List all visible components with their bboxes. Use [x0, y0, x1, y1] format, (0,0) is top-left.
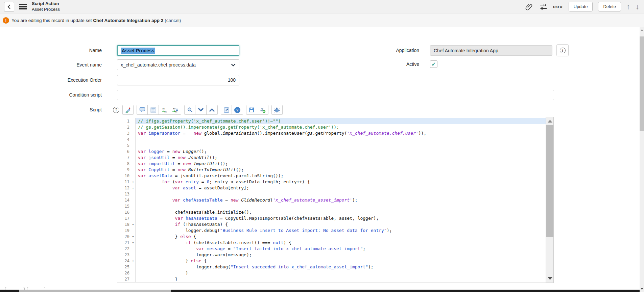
- search-button[interactable]: [184, 105, 195, 115]
- fold-gutter: [131, 209, 136, 215]
- code-text: var impersonator = new global.impersinat…: [136, 130, 546, 136]
- fold-arrow-icon[interactable]: ▾: [131, 185, 136, 191]
- condition-script-input[interactable]: [117, 90, 554, 100]
- page-scrollbar-thumb[interactable]: [640, 36, 644, 131]
- svg-text:ab: ab: [173, 107, 175, 110]
- update-button[interactable]: Update: [569, 2, 593, 11]
- code-line: 6var logger = new Logger();: [117, 149, 546, 155]
- script-toolbar: ? abac: [113, 105, 283, 115]
- line-number: 12: [117, 185, 131, 191]
- code-text: logger.warn(message);: [136, 252, 546, 258]
- horizontal-scrollbar-thumb[interactable]: [19, 290, 171, 292]
- code-text: } else {: [136, 234, 546, 240]
- code-line: 19 logger.debug("Business Rule Insert to…: [117, 228, 546, 234]
- fold-gutter: [131, 276, 136, 282]
- event-name-select[interactable]: x_chef_automate.chef.process.data: [117, 59, 239, 70]
- comment-button[interactable]: [137, 105, 148, 115]
- editor-scrollbar[interactable]: [546, 117, 553, 283]
- debug-icon: [274, 107, 280, 113]
- page-scroll-up-icon[interactable]: [641, 29, 643, 31]
- help-button[interactable]: ?: [232, 105, 243, 115]
- editor-scrollbar-thumb[interactable]: [546, 125, 553, 237]
- replace-button[interactable]: abac: [159, 105, 170, 115]
- search-icon: [187, 107, 193, 113]
- more-options-icon[interactable]: ooo: [553, 4, 563, 9]
- find-next-icon: [198, 108, 204, 112]
- active-checkbox[interactable]: ✓: [430, 60, 437, 68]
- debug-button[interactable]: [271, 105, 283, 115]
- help-filled-icon: ?: [234, 107, 240, 113]
- line-number: 20: [117, 234, 131, 240]
- fold-gutter: [131, 167, 136, 173]
- script-code-editor[interactable]: 1// if(gs.getProperty('x_chef_automate.c…: [117, 117, 554, 283]
- condition-script-label: Condition script: [0, 90, 102, 100]
- fold-arrow-icon[interactable]: ▾: [131, 240, 136, 246]
- name-input[interactable]: Asset Process: [117, 45, 239, 56]
- paperclip-icon[interactable]: [525, 2, 533, 11]
- help-outline-icon[interactable]: ?: [113, 107, 119, 113]
- delete-button[interactable]: Delete: [598, 2, 621, 11]
- horizontal-scrollbar[interactable]: [0, 290, 644, 292]
- event-name-label: Event name: [0, 59, 102, 70]
- back-button[interactable]: [4, 2, 14, 12]
- code-line: 20▾ } else {: [117, 234, 546, 240]
- fold-arrow-icon[interactable]: ▾: [131, 234, 136, 240]
- scroll-up-icon[interactable]: [548, 120, 552, 123]
- nav-down-icon[interactable]: ↓: [636, 3, 639, 10]
- replace-icon: abac: [161, 107, 167, 113]
- replace-all-icon: abac: [172, 107, 178, 113]
- fold-arrow-icon[interactable]: ▾: [131, 258, 136, 264]
- code-text: var asset = assetData[entry];: [136, 185, 546, 191]
- code-line: 8var importUtil = new ImportUtil();: [117, 161, 546, 167]
- find-previous-button[interactable]: [207, 105, 218, 115]
- line-number: 16: [117, 209, 131, 215]
- code-line: 1// if(gs.getProperty('x_chef_automate.c…: [117, 118, 546, 124]
- comment-icon: [139, 107, 145, 113]
- fold-arrow-icon[interactable]: ▾: [131, 179, 136, 185]
- scroll-down-icon[interactable]: [548, 277, 552, 280]
- code-line: 5: [117, 142, 546, 149]
- line-number: 23: [117, 252, 131, 258]
- page-scroll-down-icon[interactable]: [641, 288, 643, 290]
- nav-up-icon[interactable]: ↑: [626, 3, 630, 10]
- fold-arrow-icon[interactable]: ▾: [131, 221, 136, 228]
- replace-all-button[interactable]: abac: [170, 105, 181, 115]
- syntax-check-button[interactable]: [257, 105, 268, 115]
- line-number: 2: [117, 124, 131, 130]
- warning-icon: !: [3, 17, 9, 24]
- fold-gutter: [131, 252, 136, 258]
- code-text: if (chefAssetsTable.insert() === null) {: [136, 240, 546, 246]
- sliders-icon[interactable]: [539, 2, 548, 11]
- cancel-link[interactable]: (cancel): [165, 18, 181, 23]
- code-text: chefAssetsTable.initialize();: [136, 209, 546, 215]
- code-text: for (var entry = 0; entry < assetData.le…: [136, 179, 546, 185]
- line-number: 26: [117, 270, 131, 276]
- format-lines-button[interactable]: [148, 105, 159, 115]
- checkmark-icon: ✓: [431, 61, 436, 68]
- code-text: var CopyUtil = new BufferToImportUtil();: [136, 167, 546, 173]
- code-line: 12▾ var asset = assetData[entry];: [117, 185, 546, 191]
- save-button[interactable]: [246, 105, 257, 115]
- application-info-button[interactable]: i: [556, 44, 569, 56]
- code-text: var logger = new Logger();: [136, 149, 546, 155]
- record-name: Asset Process: [32, 7, 60, 12]
- dropdown-chevron-icon: [231, 63, 236, 67]
- find-next-button[interactable]: [195, 105, 207, 115]
- line-number: 14: [117, 197, 131, 203]
- line-number: 15: [117, 203, 131, 209]
- code-line: 22 var message = "Insert failed into x_c…: [117, 246, 546, 252]
- line-number: 6: [117, 149, 131, 155]
- page-title: Script Action Asset Process: [32, 1, 60, 12]
- line-number: 25: [117, 264, 131, 270]
- format-code-button[interactable]: [122, 105, 134, 115]
- code-text: var jsonUtil = new JsonUtil();: [136, 155, 546, 161]
- fold-gutter: [131, 215, 136, 221]
- fold-gutter: [131, 155, 136, 161]
- save-icon: [249, 107, 255, 113]
- hamburger-icon[interactable]: [19, 4, 27, 9]
- code-text: [136, 136, 546, 142]
- line-number: 21: [117, 240, 131, 246]
- popout-button[interactable]: [221, 105, 232, 115]
- execution-order-input[interactable]: 100: [117, 75, 239, 85]
- page-scrollbar[interactable]: [640, 27, 644, 292]
